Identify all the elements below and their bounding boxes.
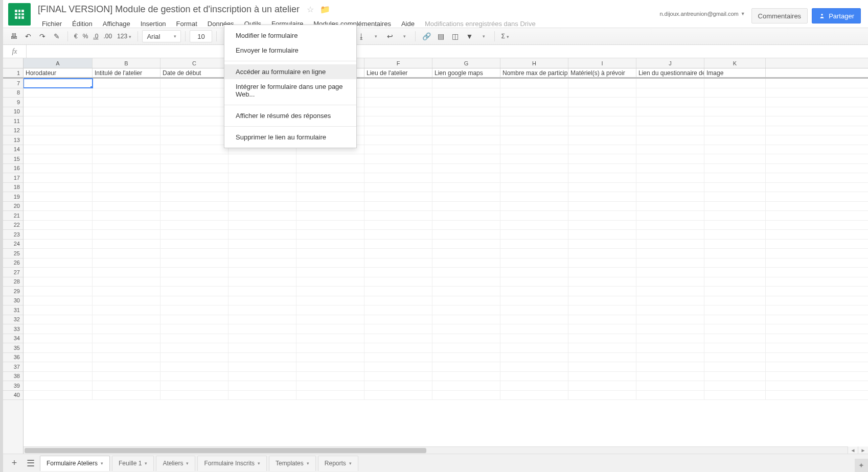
cell[interactable]: [93, 164, 161, 173]
cell[interactable]: [636, 324, 704, 334]
cell[interactable]: [24, 211, 93, 220]
cell[interactable]: [364, 154, 432, 163]
cell[interactable]: [93, 334, 161, 343]
cell[interactable]: [432, 287, 500, 296]
cell[interactable]: [636, 154, 704, 163]
cell[interactable]: [636, 372, 704, 381]
cell[interactable]: [364, 277, 432, 287]
cell[interactable]: [24, 343, 93, 352]
cell[interactable]: [500, 268, 568, 277]
cell[interactable]: [500, 287, 568, 296]
cell[interactable]: [432, 305, 500, 315]
redo-icon[interactable]: ↷: [36, 30, 49, 43]
cell[interactable]: [24, 116, 93, 126]
cell[interactable]: [636, 381, 704, 390]
cell[interactable]: [636, 202, 704, 211]
cell[interactable]: [161, 98, 229, 107]
row-header-10[interactable]: 10: [3, 107, 23, 117]
cell[interactable]: [432, 173, 500, 182]
cell[interactable]: [704, 88, 766, 98]
cell[interactable]: [636, 211, 704, 220]
cell[interactable]: [364, 126, 432, 135]
cell[interactable]: [568, 240, 636, 249]
cell[interactable]: [636, 98, 704, 107]
cell[interactable]: [500, 305, 568, 315]
cell[interactable]: [704, 126, 766, 135]
cell[interactable]: [500, 296, 568, 305]
row-header-28[interactable]: 28: [3, 277, 23, 287]
cell[interactable]: [636, 116, 704, 126]
cell[interactable]: [24, 98, 93, 107]
cell[interactable]: [568, 334, 636, 343]
menu-option[interactable]: Envoyer le formulaire: [224, 43, 356, 58]
cell[interactable]: [568, 211, 636, 220]
cell[interactable]: [364, 211, 432, 220]
cell[interactable]: [636, 362, 704, 371]
cell[interactable]: [364, 287, 432, 296]
cell[interactable]: [636, 391, 704, 400]
row-header-34[interactable]: 34: [3, 334, 23, 344]
cell[interactable]: [364, 183, 432, 192]
cell[interactable]: [93, 192, 161, 201]
cell[interactable]: [93, 135, 161, 145]
cell[interactable]: [500, 211, 568, 220]
text-wrap-dropdown-icon[interactable]: ▾: [398, 30, 411, 43]
cell[interactable]: [704, 362, 766, 371]
row-header-19[interactable]: 19: [3, 192, 23, 202]
cell[interactable]: [93, 324, 161, 334]
folder-icon[interactable]: 📁: [320, 5, 330, 14]
vertical-align-dropdown-icon[interactable]: ▾: [369, 30, 382, 43]
cell[interactable]: [568, 145, 636, 154]
filter-icon[interactable]: ▼: [463, 30, 476, 43]
cell[interactable]: [24, 268, 93, 277]
cell[interactable]: [24, 88, 93, 98]
cell[interactable]: [229, 183, 296, 192]
cell[interactable]: [161, 202, 229, 211]
cell[interactable]: [636, 126, 704, 135]
row-header-29[interactable]: 29: [3, 287, 23, 296]
cell[interactable]: [432, 116, 500, 126]
cell[interactable]: [432, 258, 500, 268]
functions-button[interactable]: Σ ▾: [499, 33, 511, 40]
cell[interactable]: [432, 249, 500, 258]
cell[interactable]: [636, 221, 704, 230]
cell[interactable]: [500, 258, 568, 268]
cell[interactable]: [229, 249, 296, 258]
cell[interactable]: [229, 202, 296, 211]
cell[interactable]: [161, 334, 229, 343]
explore-button[interactable]: ✦: [855, 459, 868, 472]
cell[interactable]: [24, 145, 93, 154]
cell[interactable]: [704, 183, 766, 192]
cell[interactable]: Date de début: [161, 68, 229, 77]
cell[interactable]: [364, 230, 432, 239]
cell[interactable]: [568, 362, 636, 371]
cell[interactable]: [432, 192, 500, 201]
cell[interactable]: [500, 334, 568, 343]
col-header-B[interactable]: B: [93, 58, 161, 68]
cell[interactable]: [161, 268, 229, 277]
cell[interactable]: [93, 107, 161, 116]
cell[interactable]: [296, 315, 364, 324]
cell[interactable]: [568, 126, 636, 135]
cell[interactable]: [93, 211, 161, 220]
cell[interactable]: [432, 334, 500, 343]
increase-decimal-button[interactable]: .00: [101, 33, 114, 40]
cell[interactable]: [500, 192, 568, 201]
row-header-36[interactable]: 36: [3, 353, 23, 363]
chevron-down-icon[interactable]: ▾: [258, 461, 260, 466]
cell[interactable]: [93, 381, 161, 390]
cell[interactable]: [636, 268, 704, 277]
cell[interactable]: [432, 107, 500, 116]
cell[interactable]: [704, 343, 766, 352]
cell[interactable]: [500, 277, 568, 287]
cell[interactable]: [296, 221, 364, 230]
cell[interactable]: [161, 230, 229, 239]
cell[interactable]: [229, 240, 296, 249]
comments-button[interactable]: Commentaires: [751, 8, 808, 23]
col-header-C[interactable]: C: [161, 58, 229, 68]
row-header-11[interactable]: 11: [3, 116, 23, 126]
cell[interactable]: [568, 116, 636, 126]
cell[interactable]: [704, 145, 766, 154]
cell[interactable]: [296, 362, 364, 371]
cell[interactable]: [500, 116, 568, 126]
